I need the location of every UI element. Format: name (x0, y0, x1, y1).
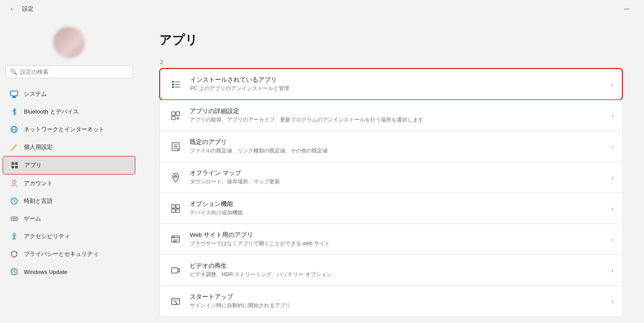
svg-rect-0 (11, 91, 18, 96)
accessibility-icon (10, 232, 19, 241)
personalization-label: 個人用設定 (24, 143, 53, 151)
settings-item-installed-apps[interactable]: インストールされているアプリ PC 上のアプリのアンインストールと管理 › (159, 68, 623, 100)
settings-item-video-playback[interactable]: ビデオの再生 ビデオ調整、HDR ストリーミング、バッテリー オプション › (159, 255, 623, 285)
network-icon (10, 125, 19, 134)
optional-features-title: オプション機能 (190, 200, 611, 208)
optional-features-text: オプション機能 デバイス向け追加機能 (190, 200, 611, 217)
svg-line-6 (12, 145, 16, 150)
svg-rect-1 (13, 96, 15, 97)
app-title: 設定 (22, 5, 34, 13)
optional-features-desc: デバイス向け追加機能 (190, 209, 611, 217)
svg-rect-33 (172, 209, 175, 213)
optional-features-icon (169, 201, 183, 216)
svg-rect-20 (172, 81, 174, 83)
startup-chevron: › (611, 298, 613, 305)
settings-item-offline-maps[interactable]: オフライン マップ ダウンロード、保存場所、マップ更新 › (159, 162, 623, 193)
default-apps-desc: ファイルの既定値、リンク種類の既定値、その他の既定値 (190, 147, 611, 155)
svg-point-37 (174, 236, 175, 237)
startup-text: スタートアップ サインイン時に自動的に開始されるアプリ (190, 293, 611, 309)
sidebar-item-accessibility[interactable]: アクセシビリティ (3, 228, 135, 245)
optional-features-chevron: › (611, 205, 613, 212)
web-apps-icon (169, 232, 183, 247)
system-label: システム (24, 90, 47, 98)
default-apps-icon (169, 140, 183, 154)
installed-apps-icon (169, 77, 183, 91)
svg-rect-38 (172, 268, 178, 273)
svg-rect-9 (15, 162, 18, 165)
sidebar-item-privacy[interactable]: プライバシーとセキュリティ (3, 245, 135, 263)
sidebar-item-update[interactable]: Windows Update (3, 263, 135, 281)
svg-rect-24 (175, 84, 180, 85)
video-playback-title: ビデオの再生 (190, 262, 611, 270)
system-icon (10, 90, 19, 99)
update-label: Windows Update (24, 269, 67, 275)
sidebar-item-accounts[interactable]: アカウント (3, 175, 135, 192)
title-bar: ← 設定 — (0, 0, 644, 18)
sidebar-item-system[interactable]: システム (3, 85, 135, 103)
settings-list: インストールされているアプリ PC 上のアプリのアンインストールと管理 › アプ… (159, 68, 623, 317)
avatar (53, 27, 85, 58)
sidebar: 🔍 システム Bluetooth とデバイス ネットワークとインターネット (0, 18, 138, 323)
sidebar-item-time[interactable]: 時刻と言語 (3, 192, 135, 210)
installed-apps-desc: PC 上のアプリのアンインストールと管理 (190, 85, 611, 92)
sidebar-item-gaming[interactable]: ゲーム (3, 210, 135, 228)
web-apps-desc: ブラウザーではなくアプリで開くことができる web サイト (190, 240, 611, 247)
search-icon: 🔍 (10, 68, 17, 75)
offline-maps-chevron: › (611, 174, 613, 181)
offline-maps-desc: ダウンロード、保存場所、マップ更新 (190, 178, 611, 186)
window-controls: — (617, 2, 637, 15)
offline-maps-title: オフライン マップ (190, 169, 611, 177)
sidebar-item-network[interactable]: ネットワークとインターネット (3, 121, 135, 138)
video-playback-text: ビデオの再生 ビデオ調整、HDR ストリーミング、バッテリー オプション (190, 262, 611, 278)
installed-apps-title: インストールされているアプリ (190, 76, 611, 84)
sidebar-item-apps[interactable]: アプリ (3, 156, 135, 175)
page-title: アプリ (159, 32, 623, 49)
svg-rect-31 (172, 205, 175, 208)
main-layout: 🔍 システム Bluetooth とデバイス ネットワークとインターネット (0, 18, 644, 323)
search-box[interactable]: 🔍 (5, 65, 133, 78)
back-button[interactable]: ← (7, 4, 18, 14)
sidebar-item-bluetooth[interactable]: Bluetooth とデバイス (3, 103, 135, 121)
svg-rect-25 (175, 87, 180, 87)
svg-rect-27 (176, 112, 180, 115)
settings-item-web-apps[interactable]: Web サイト用のアプリ ブラウザーではなくアプリで開くことができる web サ… (159, 224, 623, 255)
svg-rect-26 (172, 112, 175, 115)
default-apps-text: 既定のアプリ ファイルの既定値、リンク種類の既定値、その他の既定値 (190, 138, 611, 155)
search-input[interactable] (20, 68, 128, 75)
svg-rect-32 (176, 205, 180, 208)
sidebar-item-personalization[interactable]: 個人用設定 (3, 138, 135, 156)
video-playback-icon (169, 263, 183, 277)
svg-point-12 (12, 180, 16, 184)
svg-rect-10 (12, 166, 14, 168)
privacy-icon (10, 250, 19, 258)
gaming-label: ゲーム (24, 215, 41, 223)
offline-maps-text: オフライン マップ ダウンロード、保存場所、マップ更新 (190, 169, 611, 186)
bluetooth-icon (10, 107, 19, 116)
content-area: アプリ 2 インストールされているアプリ PC 上のアプリのアンインストールと管… (138, 18, 644, 323)
svg-rect-22 (172, 86, 174, 88)
settings-item-app-settings[interactable]: アプリの詳細設定 アプリの取得、アプリのアーカイブ、更新プログラムのアンインスト… (159, 100, 623, 131)
svg-rect-2 (12, 97, 16, 98)
web-apps-title: Web サイト用のアプリ (190, 231, 611, 239)
time-label: 時刻と言語 (24, 197, 53, 205)
update-icon (10, 267, 19, 276)
svg-point-36 (172, 236, 173, 237)
app-settings-text: アプリの詳細設定 アプリの取得、アプリのアーカイブ、更新プログラムのアンインスト… (190, 107, 611, 124)
web-apps-chevron: › (611, 236, 613, 243)
section-number: 2 (160, 59, 623, 65)
settings-item-startup[interactable]: スタートアップ サインイン時に自動的に開始されるアプリ › (159, 285, 623, 317)
svg-rect-23 (175, 81, 180, 82)
web-apps-text: Web サイト用のアプリ ブラウザーではなくアプリで開くことができる web サ… (190, 231, 611, 247)
minimize-button[interactable]: — (617, 2, 637, 15)
svg-rect-28 (172, 116, 175, 120)
svg-point-17 (15, 218, 16, 219)
startup-title: スタートアップ (190, 293, 611, 301)
apps-label: アプリ (24, 161, 42, 169)
installed-apps-text: インストールされているアプリ PC 上のアプリのアンインストールと管理 (190, 76, 611, 92)
time-icon (10, 197, 19, 205)
startup-desc: サインイン時に自動的に開始されるアプリ (190, 302, 611, 309)
default-apps-chevron: › (611, 143, 613, 150)
svg-rect-11 (15, 166, 18, 168)
settings-item-optional-features[interactable]: オプション機能 デバイス向け追加機能 › (159, 193, 623, 224)
settings-item-default-apps[interactable]: 既定のアプリ ファイルの既定値、リンク種類の既定値、その他の既定値 › (159, 131, 623, 162)
